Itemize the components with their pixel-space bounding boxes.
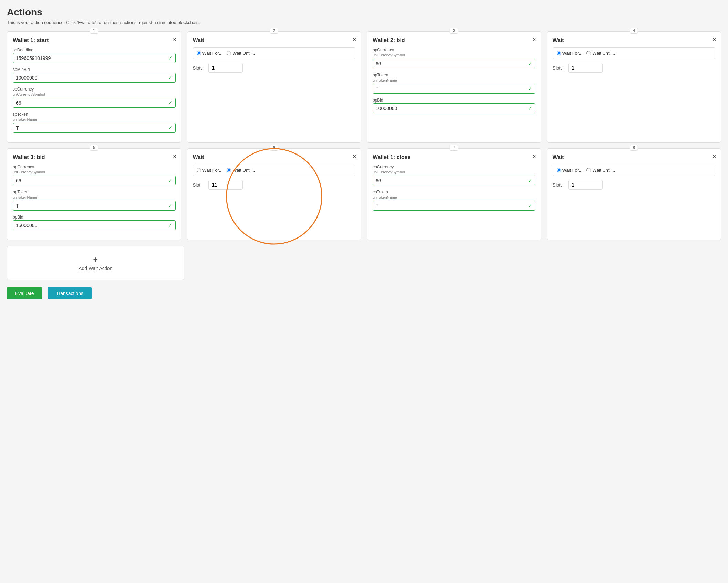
- field-bpBid-5: bpBid ✓: [13, 215, 176, 230]
- card-6-slot-input[interactable]: [208, 180, 243, 190]
- card-4-wait-for-radio[interactable]: [557, 51, 561, 55]
- label-bpBid-5: bpBid: [13, 215, 176, 220]
- label-cpToken-7: cpToken: [373, 190, 535, 194]
- card-1-close[interactable]: ×: [173, 36, 176, 43]
- card-number-8: 8: [630, 145, 638, 151]
- card-number-7: 7: [450, 145, 458, 151]
- card-4-slots-row: Slots: [553, 63, 716, 73]
- add-wait-icon: +: [93, 255, 98, 264]
- check-spMinBid: ✓: [168, 74, 173, 81]
- check-bpBid-5: ✓: [168, 222, 173, 229]
- input-bpToken-5[interactable]: [16, 203, 167, 209]
- card-2-close[interactable]: ×: [353, 36, 356, 43]
- card-6-close[interactable]: ×: [353, 153, 356, 160]
- card-3: 3 × Wallet 2: bid bpCurrency unCurrencyS…: [367, 31, 541, 143]
- card-number-6: 6: [270, 145, 278, 151]
- check-spCurrency: ✓: [168, 99, 173, 106]
- card-2-slots-input[interactable]: [208, 63, 243, 73]
- card-number-4: 4: [630, 28, 638, 34]
- card-4-slots-input[interactable]: [568, 63, 603, 73]
- card-4-wait-until-radio[interactable]: [586, 51, 591, 55]
- check-cpToken-7: ✓: [528, 202, 532, 209]
- card-2-title: Wait: [193, 37, 356, 43]
- input-spCurrency[interactable]: [16, 100, 167, 106]
- label-cpCurrency-7: cpCurrency: [373, 165, 535, 169]
- sublabel-spCurrency: unCurrencySymbol: [13, 92, 176, 96]
- card-8-slots-input[interactable]: [568, 180, 603, 190]
- card-number-5: 5: [90, 145, 98, 151]
- card-8-wait-for-label[interactable]: Wait For...: [557, 168, 583, 173]
- card-8: 8 × Wait Wait For... Wait Until... Slots: [547, 148, 721, 240]
- input-bpToken-3[interactable]: [376, 86, 527, 92]
- check-cpCurrency-7: ✓: [528, 177, 532, 184]
- label-bpToken-5: bpToken: [13, 190, 176, 194]
- input-bpCurrency-5[interactable]: [16, 178, 167, 183]
- card-4-close[interactable]: ×: [713, 36, 716, 43]
- card-7-close[interactable]: ×: [533, 153, 536, 160]
- card-8-wait-options: Wait For... Wait Until...: [553, 165, 716, 176]
- card-6-wait-options: Wait For... Wait Until...: [193, 165, 356, 176]
- sublabel-bpToken-5: unTokenName: [13, 195, 176, 199]
- card-6-title: Wait: [193, 154, 356, 160]
- card-8-wait-until-label[interactable]: Wait Until...: [586, 168, 615, 173]
- input-spDeadline[interactable]: [16, 55, 167, 61]
- card-2-wait-until-radio[interactable]: [227, 51, 231, 55]
- input-spToken[interactable]: [16, 125, 167, 131]
- transactions-button[interactable]: Transactions: [48, 287, 92, 299]
- input-cpToken-7[interactable]: [376, 203, 527, 209]
- check-bpToken-5: ✓: [168, 202, 173, 209]
- label-bpCurrency-5: bpCurrency: [13, 165, 176, 169]
- label-spToken: spToken: [13, 112, 176, 117]
- card-6-wait-for-radio[interactable]: [197, 168, 201, 172]
- add-wait-card[interactable]: + Add Wait Action: [7, 246, 184, 280]
- check-bpBid-3: ✓: [528, 105, 532, 112]
- add-wait-label: Add Wait Action: [79, 266, 112, 271]
- input-spMinBid[interactable]: [16, 75, 167, 81]
- check-bpCurrency-3: ✓: [528, 60, 532, 67]
- card-3-close[interactable]: ×: [533, 36, 536, 43]
- card-6-wait-for-label[interactable]: Wait For...: [197, 168, 223, 173]
- card-2-slots-label: Slots: [193, 65, 205, 71]
- label-spCurrency: spCurrency: [13, 87, 176, 92]
- field-spDeadline: spDeadline ✓: [13, 47, 176, 63]
- card-8-slots-row: Slots: [553, 180, 716, 190]
- card-8-wait-for-radio[interactable]: [557, 168, 561, 172]
- card-2-wait-for-label[interactable]: Wait For...: [197, 51, 223, 56]
- card-8-close[interactable]: ×: [713, 153, 716, 160]
- card-5-title: Wallet 3: bid: [13, 154, 176, 160]
- card-1: 1 × Wallet 1: start spDeadline ✓ spMinBi…: [7, 31, 181, 143]
- card-8-wait-until-radio[interactable]: [586, 168, 591, 172]
- card-1-title: Wallet 1: start: [13, 37, 176, 43]
- evaluate-button[interactable]: Evaluate: [7, 287, 42, 299]
- check-bpToken-3: ✓: [528, 85, 532, 92]
- check-spToken: ✓: [168, 125, 173, 131]
- card-4-slots-label: Slots: [553, 65, 565, 71]
- field-bpCurrency-3: bpCurrency unCurrencySymbol ✓: [373, 47, 535, 68]
- action-buttons: Evaluate Transactions: [7, 287, 721, 299]
- card-6-wait-until-radio[interactable]: [227, 168, 231, 172]
- orange-highlight-circle: [226, 148, 322, 244]
- field-cpToken-7: cpToken unTokenName ✓: [373, 190, 535, 211]
- card-4-title: Wait: [553, 37, 716, 43]
- field-spCurrency: spCurrency unCurrencySymbol ✓: [13, 87, 176, 108]
- card-5-close[interactable]: ×: [173, 153, 176, 160]
- check-spDeadline: ✓: [168, 55, 173, 61]
- card-2-wait-for-radio[interactable]: [197, 51, 201, 55]
- sublabel-cpToken-7: unTokenName: [373, 195, 535, 199]
- page-subtitle: This is your action sequence. Click 'Eva…: [7, 20, 721, 25]
- label-bpBid-3: bpBid: [373, 98, 535, 103]
- card-2: 2 × Wait Wait For... Wait Until... Slots: [187, 31, 362, 143]
- card-4-wait-until-label[interactable]: Wait Until...: [586, 51, 615, 56]
- input-bpBid-5[interactable]: [16, 223, 167, 228]
- card-6-wait-until-label[interactable]: Wait Until...: [227, 168, 255, 173]
- input-bpBid-3[interactable]: [376, 106, 527, 111]
- input-cpCurrency-7[interactable]: [376, 178, 527, 183]
- label-bpCurrency-3: bpCurrency: [373, 47, 535, 52]
- cards-row-1: 1 × Wallet 1: start spDeadline ✓ spMinBi…: [7, 31, 721, 143]
- card-6-slots-row: Slot: [193, 180, 356, 190]
- card-2-wait-until-label[interactable]: Wait Until...: [227, 51, 255, 56]
- input-bpCurrency-3[interactable]: [376, 61, 527, 66]
- card-4: 4 × Wait Wait For... Wait Until... Slots: [547, 31, 721, 143]
- field-bpCurrency-5: bpCurrency unCurrencySymbol ✓: [13, 165, 176, 186]
- card-4-wait-for-label[interactable]: Wait For...: [557, 51, 583, 56]
